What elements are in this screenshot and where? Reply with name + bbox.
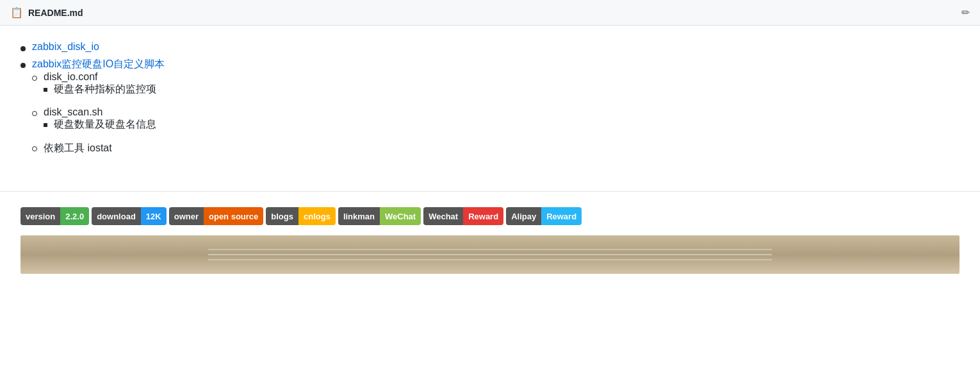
badge-right-4: WeChat: [380, 207, 421, 225]
badge-4[interactable]: linkman WeChat: [338, 207, 421, 225]
badge-2[interactable]: owner open source: [169, 207, 264, 225]
circle-bullet: [32, 146, 37, 151]
readme-title-area: 📋 README.md: [10, 6, 83, 19]
sub-list-item-content: 依赖工具 iostat: [44, 142, 112, 155]
list-item: zabbix_disk_io: [20, 41, 960, 53]
sub-list-item: disk_scan.sh 硬盘数量及硬盘名信息: [32, 106, 165, 137]
badge-left-1: download: [92, 207, 141, 225]
disk-scan-label: disk_scan.sh: [44, 106, 103, 117]
readme-filename: README.md: [28, 8, 83, 18]
disk-info-label: 硬盘数量及硬盘名信息: [54, 118, 156, 131]
badge-0[interactable]: version 2.2.0: [20, 207, 89, 225]
preview-image: [20, 235, 960, 274]
list-item: zabbix监控硬盘IO自定义脚本 disk_io.conf 硬盘各种指标的监控…: [20, 58, 960, 160]
badge-left-0: version: [20, 207, 60, 225]
list-item-content: zabbix监控硬盘IO自定义脚本 disk_io.conf 硬盘各种指标的监控…: [32, 58, 165, 160]
disk-io-conf-label: disk_io.conf: [44, 71, 98, 82]
badge-right-2: open source: [204, 207, 263, 225]
list-item-content: zabbix_disk_io: [32, 41, 99, 53]
sub-list: disk_io.conf 硬盘各种指标的监控项: [32, 71, 165, 155]
sub-sub-list: 硬盘各种指标的监控项: [44, 83, 156, 96]
link-zabbix-monitor[interactable]: zabbix监控硬盘IO自定义脚本: [32, 58, 165, 69]
main-list: zabbix_disk_io zabbix监控硬盘IO自定义脚本 disk_io…: [20, 41, 960, 160]
badges-row: version 2.2.0 download 12K owner open so…: [0, 202, 980, 235]
badge-right-1: 12K: [141, 207, 167, 225]
link-zabbix-disk-io[interactable]: zabbix_disk_io: [32, 41, 99, 52]
sub-list-item: disk_io.conf 硬盘各种指标的监控项: [32, 71, 165, 101]
badge-5[interactable]: Wechat Reward: [423, 207, 503, 225]
edit-icon[interactable]: ✏: [961, 6, 970, 19]
badge-left-2: owner: [169, 207, 204, 225]
badge-1[interactable]: download 12K: [92, 207, 167, 225]
badge-3[interactable]: blogs cnlogs: [266, 207, 336, 225]
badge-left-5: Wechat: [423, 207, 463, 225]
divider: [0, 191, 980, 192]
sub-sub-list: 硬盘数量及硬盘名信息: [44, 118, 156, 131]
square-bullet: [44, 123, 47, 127]
sub-list-item-content: disk_io.conf 硬盘各种指标的监控项: [44, 71, 156, 101]
badge-right-5: Reward: [463, 207, 503, 225]
circle-bullet: [32, 76, 37, 81]
badge-left-4: linkman: [338, 207, 380, 225]
square-bullet: [44, 88, 47, 92]
readme-icon: 📋: [10, 6, 23, 19]
sub-list-item: 依赖工具 iostat: [32, 142, 165, 155]
circle-bullet: [32, 111, 37, 116]
disk-monitor-label: 硬盘各种指标的监控项: [54, 83, 156, 96]
bullet-dot: [20, 46, 26, 51]
badge-right-0: 2.2.0: [60, 207, 89, 225]
bullet-dot: [20, 63, 26, 68]
iostat-label: 依赖工具 iostat: [44, 142, 112, 153]
sub-sub-list-item: 硬盘数量及硬盘名信息: [44, 118, 156, 131]
badge-left-3: blogs: [266, 207, 298, 225]
sub-sub-list-item: 硬盘各种指标的监控项: [44, 83, 156, 96]
badge-right-3: cnlogs: [298, 207, 336, 225]
readme-content: zabbix_disk_io zabbix监控硬盘IO自定义脚本 disk_io…: [0, 26, 980, 181]
badge-left-6: Alipay: [506, 207, 541, 225]
badge-6[interactable]: Alipay Reward: [506, 207, 582, 225]
sub-list-item-content: disk_scan.sh 硬盘数量及硬盘名信息: [44, 106, 156, 137]
badge-right-6: Reward: [541, 207, 582, 225]
readme-header: 📋 README.md ✏: [0, 0, 980, 26]
